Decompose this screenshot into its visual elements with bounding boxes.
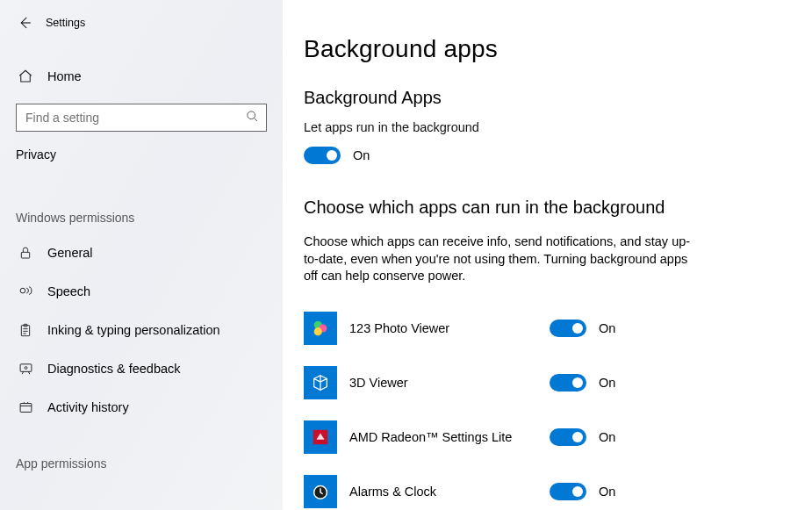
app-row: AMD Radeon™ Settings Lite On [304,410,780,464]
sidebar-item-diagnostics[interactable]: Diagnostics & feedback [0,349,283,388]
sidebar-item-label: Activity history [47,400,129,414]
lock-icon [18,245,33,261]
search-input[interactable] [25,111,246,125]
window-title: Settings [46,17,85,29]
page-title: Background apps [304,35,780,63]
sidebar-item-home[interactable]: Home [0,58,283,95]
app-row: Alarms & Clock On [304,464,780,510]
sidebar-item-label: Inking & typing personalization [47,323,220,337]
app-icon-amd-radeon [304,420,337,454]
app-toggle-state: On [599,321,615,335]
group-app-permissions: App permissions [0,456,283,479]
master-toggle-state: On [353,148,370,162]
section-choose-apps-desc: Choose which apps can receive info, send… [304,233,699,285]
app-row: 3D Viewer On [304,356,780,410]
app-list: 123 Photo Viewer On 3D Viewer On [304,301,780,510]
svg-rect-5 [20,363,32,371]
current-section-label: Privacy [0,132,283,162]
main-content: Background apps Background Apps Let apps… [283,0,812,510]
app-toggle-state: On [599,376,615,390]
sidebar: Settings Home Privacy Windows permission… [0,0,283,510]
master-toggle-description: Let apps run in the background [304,120,780,134]
master-toggle[interactable] [304,147,341,164]
svg-point-10 [314,327,322,335]
group-windows-permissions: Windows permissions [0,211,283,233]
app-name: AMD Radeon™ Settings Lite [349,430,550,444]
app-toggle[interactable] [550,428,586,446]
app-toggle-state: On [599,430,615,444]
home-label: Home [47,69,82,83]
history-icon [18,399,33,415]
app-name: Alarms & Clock [349,485,550,499]
feedback-icon [18,361,33,377]
search-box[interactable] [16,104,267,132]
svg-rect-1 [21,252,29,258]
sidebar-item-label: General [47,246,93,260]
sidebar-item-activity[interactable]: Activity history [0,388,283,427]
sidebar-item-general[interactable]: General [0,233,283,272]
section-choose-apps-title: Choose which apps can run in the backgro… [304,198,780,218]
app-icon-alarms-clock [304,475,337,508]
back-arrow-icon [17,15,32,31]
search-icon [246,110,259,126]
sidebar-item-label: Speech [47,284,90,298]
speech-icon [18,284,33,299]
app-toggle-state: On [599,485,615,499]
section-background-apps-title: Background Apps [304,88,780,108]
svg-point-2 [20,288,25,293]
app-toggle[interactable] [550,483,586,500]
svg-point-0 [248,111,255,119]
app-name: 3D Viewer [349,376,550,390]
sidebar-item-inking[interactable]: Inking & typing personalization [0,311,283,349]
home-icon [18,68,33,84]
app-name: 123 Photo Viewer [349,321,550,335]
back-button[interactable] [12,11,37,35]
app-toggle[interactable] [550,320,586,337]
app-icon-3d-viewer [304,366,337,399]
sidebar-item-speech[interactable]: Speech [0,272,283,311]
sidebar-item-label: Diagnostics & feedback [47,362,181,376]
app-row: 123 Photo Viewer On [304,301,780,356]
app-icon-photo-viewer [304,312,337,345]
svg-rect-7 [20,403,32,412]
clipboard-icon [18,322,33,338]
svg-point-6 [25,366,27,369]
app-toggle[interactable] [550,374,586,391]
